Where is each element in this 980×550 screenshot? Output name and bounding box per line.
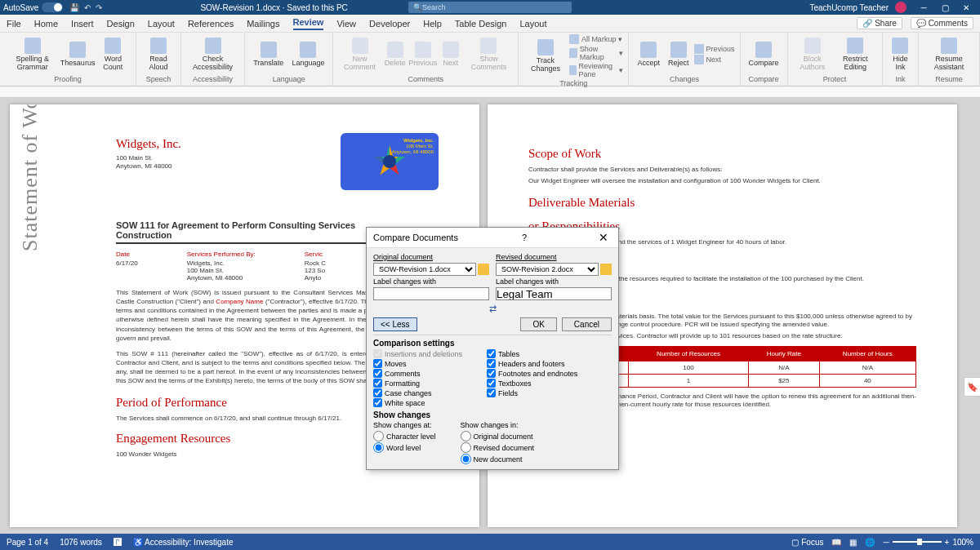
chk-textboxes[interactable]: Textboxes [487,379,577,388]
tab-design[interactable]: Design [107,19,135,29]
label-changes-input-1[interactable] [373,287,489,300]
autosave-toggle[interactable]: AutoSave [3,2,63,12]
chk-whitespace[interactable]: White space [373,398,462,407]
tab-view[interactable]: View [336,19,356,29]
zoom-control[interactable]: ─+ 100% [883,538,973,547]
next-comment-button[interactable]: Next [439,34,463,74]
save-icon[interactable]: 💾 [69,3,79,12]
close-icon[interactable]: ✕ [595,231,612,244]
tab-developer[interactable]: Developer [369,19,410,29]
ok-button[interactable]: OK [520,317,556,331]
ruler[interactable] [0,86,980,98]
tab-insert[interactable]: Insert [71,19,94,29]
thesaurus-button[interactable]: Thesaurus [62,34,94,74]
group-comments: Comments [408,74,443,84]
cancel-button[interactable]: Cancel [562,317,612,331]
resume-assistant-button[interactable]: Resume Assistant [924,34,974,74]
user-avatar[interactable] [895,2,906,13]
page-indicator[interactable]: Page 1 of 4 [7,538,48,547]
dialog-titlebar[interactable]: Compare Documents ? ✕ [367,228,618,248]
window-controls[interactable]: ─▢✕ [913,3,977,12]
view-read-icon[interactable]: 📖 [831,538,841,547]
view-print-icon[interactable]: ▦ [849,538,857,547]
accessibility-status[interactable]: ♿ Accessibility: Investigate [133,538,234,547]
show-at-label: Show changes at: [373,421,436,429]
tab-mailings[interactable]: Mailings [247,19,279,29]
tab-table-layout[interactable]: Layout [519,19,546,29]
chk-fields[interactable]: Fields [487,388,577,397]
group-speech: Speech [146,74,172,84]
radio-original[interactable]: Original document [461,431,535,441]
hide-ink-button[interactable]: Hide Ink [888,34,914,74]
comments-button[interactable]: 💬 Comments [911,17,973,29]
chk-headers[interactable]: Headers and footers [487,359,577,368]
user-name[interactable]: TeachUcomp Teacher [809,3,889,12]
label-changes-input-2[interactable] [496,287,612,300]
original-document-combo[interactable]: SOW-Revision 1.docx [373,263,476,276]
less-button[interactable]: << Less [373,317,417,331]
focus-mode[interactable]: ▢ Focus [791,538,823,547]
group-ink: Ink [895,74,905,84]
tab-references[interactable]: References [188,19,234,29]
chk-comments[interactable]: Comments [373,369,462,378]
chk-tables[interactable]: Tables [487,349,577,358]
group-resume: Resume [935,74,963,84]
word-count[interactable]: 1076 words [60,538,102,547]
spelling-button[interactable]: Spelling & Grammar [5,34,60,74]
tab-file[interactable]: File [7,19,21,29]
tab-review[interactable]: Review [293,17,324,30]
redo-icon[interactable]: ↷ [96,3,102,12]
bookmark-tab[interactable]: 🔖 [964,377,980,397]
browse-original-icon[interactable] [478,264,489,275]
markup-options[interactable]: All Markup ▾ Show Markup ▾ Reviewing Pan… [569,34,624,78]
chk-formatting[interactable]: Formatting [373,379,462,388]
chk-moves[interactable]: Moves [373,359,462,368]
swap-icon[interactable]: ⇄ [373,304,612,314]
track-changes-button[interactable]: Track Changes [523,34,568,78]
radio-char-level[interactable]: Character level [373,431,436,441]
chk-case[interactable]: Case changes [373,388,462,397]
view-web-icon[interactable]: 🌐 [865,538,875,547]
translate-button[interactable]: Translate [250,34,287,74]
status-bar: Page 1 of 4 1076 words 🅿 ♿ Accessibility… [0,534,980,550]
prev-comment-button[interactable]: Previous [409,34,437,74]
reject-button[interactable]: Reject [665,34,693,74]
chk-footnotes[interactable]: Footnotes and endnotes [487,369,577,378]
tab-table-design[interactable]: Table Design [455,19,507,29]
show-in-label: Show changes in: [461,421,535,429]
new-comment-button[interactable]: New Comment [338,34,381,74]
company-logo: Widgets, Inc.100 Main St.Anytown, MI 480… [341,133,439,190]
read-aloud-button[interactable]: Read Aloud [141,34,176,74]
share-button[interactable]: 🔗 Share [857,17,902,29]
change-nav[interactable]: Previous Next [694,34,735,74]
radio-revised[interactable]: Revised document [461,442,535,453]
tab-home[interactable]: Home [34,19,58,29]
title-bar: AutoSave 💾 ↶ ↷ SOW-Revision 1.docx · Sav… [0,0,980,15]
restrict-editing-button[interactable]: Restrict Editing [834,34,877,74]
block-authors-button[interactable]: Block Authors [793,34,833,74]
search-input[interactable]: 🔍 Search [408,2,572,13]
rotated-title: Statement of Work for [18,104,42,251]
radio-word-level[interactable]: Word level [373,442,436,453]
compare-button[interactable]: Compare [746,34,782,74]
quick-access-toolbar[interactable]: 💾 ↶ ↷ [69,3,102,12]
wordcount-button[interactable]: Word Count [96,34,131,74]
delete-comment-button[interactable]: Delete [383,34,408,74]
undo-icon[interactable]: ↶ [84,3,91,12]
group-changes: Changes [670,74,699,84]
ribbon: Spelling & Grammar Thesaurus Word Count … [0,33,980,86]
language-button[interactable]: Language [288,34,327,74]
tab-layout[interactable]: Layout [148,19,175,29]
group-proofing: Proofing [54,74,82,84]
accessibility-button[interactable]: Check Accessibility [186,34,239,74]
radio-new[interactable]: New document [461,454,535,464]
help-icon[interactable]: ? [522,233,527,242]
maximize-icon: ▢ [934,3,956,12]
scope-text-1: Contractor shall provide the Services an… [528,166,916,174]
tab-help[interactable]: Help [423,19,442,29]
accept-button[interactable]: Accept [634,34,663,74]
show-comments-button[interactable]: Show Comments [465,34,513,74]
browse-revised-icon[interactable] [600,264,612,275]
language-indicator[interactable]: 🅿 [114,538,122,547]
revised-document-combo[interactable]: SOW-Revision 2.docx [496,263,599,276]
